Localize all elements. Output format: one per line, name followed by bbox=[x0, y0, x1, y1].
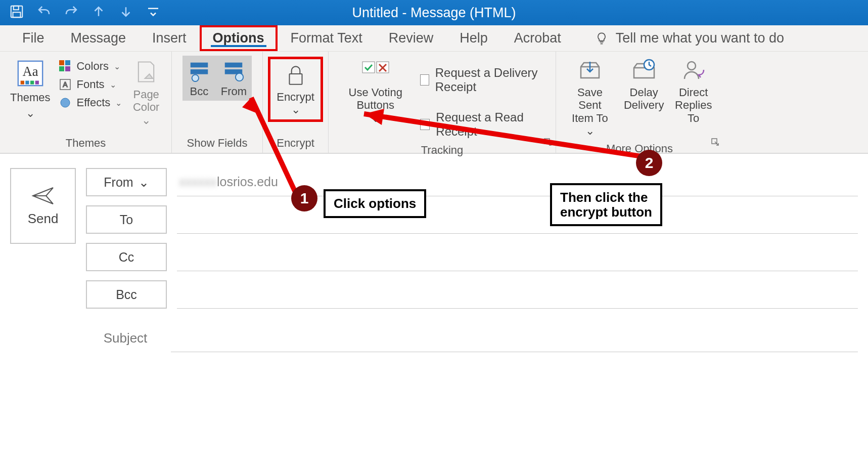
tab-insert[interactable]: Insert bbox=[139, 25, 200, 51]
bcc-field-button[interactable]: Bcc bbox=[86, 280, 167, 309]
subject-input[interactable] bbox=[171, 324, 858, 352]
tab-format-text[interactable]: Format Text bbox=[278, 25, 376, 51]
delivery-receipt-checkbox[interactable]: Request a Delivery Receipt bbox=[419, 63, 549, 97]
effects-button[interactable]: Effects⌄ bbox=[55, 94, 126, 111]
group-label-more-options: More Options bbox=[561, 140, 718, 158]
delay-delivery-button[interactable]: Delay Delivery bbox=[619, 56, 669, 115]
field-inputs: xxxxxx losrios.edu bbox=[177, 168, 858, 309]
svg-point-15 bbox=[61, 98, 70, 107]
chevron-down-icon: ⌄ bbox=[26, 107, 35, 119]
from-button[interactable]: From bbox=[216, 56, 252, 101]
save-sent-label: Save Sent Item To ⌄ bbox=[566, 86, 614, 137]
group-show-fields: Bcc From Show Fields bbox=[172, 52, 263, 153]
bcc-input[interactable] bbox=[177, 280, 858, 309]
themes-icon: Aa bbox=[16, 59, 45, 88]
fonts-label: Fonts bbox=[76, 78, 104, 91]
cc-field-button[interactable]: Cc bbox=[86, 243, 167, 271]
svg-rect-19 bbox=[225, 63, 243, 68]
from-input[interactable]: xxxxxx losrios.edu bbox=[177, 168, 858, 196]
page-color-icon bbox=[133, 59, 159, 85]
delay-label: Delay Delivery bbox=[624, 86, 664, 112]
svg-rect-5 bbox=[20, 81, 24, 84]
tab-file[interactable]: File bbox=[9, 25, 58, 51]
voting-label: Use Voting Buttons bbox=[339, 86, 412, 112]
lock-icon bbox=[283, 62, 308, 88]
chevron-down-icon: ⌄ bbox=[139, 175, 149, 190]
from-field-button[interactable]: From ⌄ bbox=[86, 168, 167, 196]
group-themes: Aa Themes ⌄ Colors⌄ A Fonts⌄ bbox=[0, 52, 172, 153]
svg-rect-9 bbox=[59, 60, 64, 65]
group-label-encrypt: Encrypt bbox=[268, 135, 323, 153]
tab-review[interactable]: Review bbox=[376, 25, 447, 51]
tell-me-search[interactable]: Tell me what you want to do bbox=[595, 30, 784, 46]
up-arrow-icon[interactable] bbox=[91, 4, 106, 21]
page-color-button[interactable]: Page Color ⌄ bbox=[126, 56, 166, 130]
bcc-label: Bcc bbox=[190, 85, 208, 98]
to-input[interactable] bbox=[177, 205, 858, 234]
read-receipt-label: Request a Read Receipt bbox=[436, 110, 547, 139]
tell-me-placeholder: Tell me what you want to do bbox=[616, 30, 784, 46]
group-label-themes: Themes bbox=[5, 135, 166, 153]
from-label: From bbox=[221, 85, 247, 98]
fonts-button[interactable]: A Fonts⌄ bbox=[55, 76, 126, 93]
svg-rect-2 bbox=[13, 12, 21, 17]
checkbox-icon bbox=[420, 74, 429, 86]
svg-point-21 bbox=[236, 73, 243, 81]
tab-options[interactable]: Options bbox=[200, 25, 278, 51]
svg-rect-6 bbox=[25, 81, 29, 84]
field-buttons: From ⌄ To Cc Bcc bbox=[86, 168, 167, 309]
dialog-launcher-icon[interactable] bbox=[543, 138, 553, 149]
redo-icon[interactable] bbox=[64, 4, 79, 21]
save-icon[interactable] bbox=[9, 4, 24, 21]
svg-rect-7 bbox=[30, 81, 34, 84]
svg-point-18 bbox=[192, 75, 198, 81]
colors-button[interactable]: Colors⌄ bbox=[55, 58, 126, 75]
direct-replies-label: Direct Replies To bbox=[674, 86, 713, 124]
send-icon bbox=[31, 186, 55, 206]
voting-icon bbox=[360, 59, 391, 83]
to-field-button[interactable]: To bbox=[86, 205, 167, 234]
svg-rect-8 bbox=[35, 81, 38, 84]
quick-access-toolbar bbox=[0, 4, 161, 21]
cc-input[interactable] bbox=[177, 243, 858, 271]
use-voting-button[interactable]: Use Voting Buttons ⌄ bbox=[334, 56, 417, 128]
encrypt-button[interactable]: Encrypt ⌄ bbox=[268, 57, 323, 122]
page-color-label: Page Color bbox=[131, 88, 161, 114]
group-encrypt: Encrypt ⌄ Encrypt bbox=[263, 52, 329, 153]
group-more-options: Save Sent Item To ⌄ Delay Delivery Direc… bbox=[556, 52, 723, 153]
chevron-down-icon: ⌄ bbox=[371, 112, 380, 124]
svg-rect-12 bbox=[65, 66, 70, 71]
from-value-visible: losrios.edu bbox=[217, 175, 278, 189]
group-tracking: Use Voting Buttons ⌄ Request a Delivery … bbox=[329, 52, 556, 153]
undo-icon[interactable] bbox=[36, 4, 52, 21]
send-button[interactable]: Send bbox=[10, 168, 76, 244]
svg-text:A: A bbox=[63, 80, 68, 89]
bcc-icon bbox=[188, 59, 211, 82]
down-arrow-icon[interactable] bbox=[118, 4, 133, 21]
lightbulb-icon bbox=[595, 31, 609, 46]
customize-qat-icon[interactable] bbox=[146, 4, 161, 21]
direct-replies-icon bbox=[680, 59, 707, 83]
tab-message[interactable]: Message bbox=[58, 25, 140, 51]
tab-acrobat[interactable]: Acrobat bbox=[501, 25, 574, 51]
tab-help[interactable]: Help bbox=[446, 25, 501, 51]
effects-icon bbox=[59, 97, 71, 109]
subject-row: Subject bbox=[0, 319, 868, 352]
save-sent-button[interactable]: Save Sent Item To ⌄ bbox=[561, 56, 619, 140]
svg-rect-22 bbox=[289, 74, 302, 84]
compose-area: Send From ⌄ To Cc Bcc xxxxxx losrios.edu bbox=[0, 154, 868, 319]
themes-label: Themes bbox=[10, 91, 50, 104]
svg-rect-17 bbox=[191, 69, 208, 74]
send-label: Send bbox=[28, 211, 59, 227]
bcc-button[interactable]: Bcc bbox=[182, 56, 216, 101]
save-sent-icon bbox=[577, 59, 603, 83]
dialog-launcher-icon[interactable] bbox=[711, 138, 720, 149]
svg-rect-16 bbox=[191, 63, 208, 68]
themes-button[interactable]: Aa Themes ⌄ bbox=[5, 56, 55, 123]
ribbon-tabs: File Message Insert Options Format Text … bbox=[0, 25, 868, 52]
read-receipt-checkbox[interactable]: Request a Read Receipt bbox=[419, 107, 549, 142]
group-label-show-fields: Show Fields bbox=[177, 135, 257, 153]
group-label-tracking: Tracking bbox=[334, 142, 551, 160]
direct-replies-button[interactable]: Direct Replies To bbox=[669, 56, 718, 128]
from-icon bbox=[222, 59, 245, 82]
